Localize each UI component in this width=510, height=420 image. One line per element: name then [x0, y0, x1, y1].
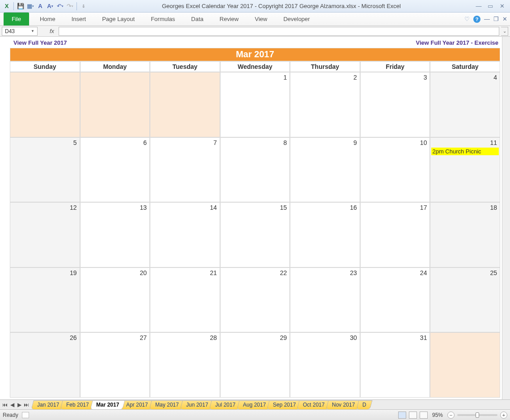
name-box[interactable]: D43 ▼ — [2, 27, 38, 36]
ribbon-heart-icon[interactable]: ♡ — [464, 16, 470, 22]
calendar-day-cell[interactable]: 3 — [360, 72, 430, 137]
expand-formula-bar-icon[interactable]: ⌄ — [501, 27, 508, 36]
tab-nav-first-icon[interactable]: ⏮ — [2, 402, 8, 408]
tab-page-layout[interactable]: Page Layout — [94, 13, 143, 25]
calendar-day-cell[interactable]: 1 — [220, 72, 290, 137]
calendar-day-cell[interactable]: 112pm Church Picnic — [430, 137, 500, 203]
fx-icon[interactable]: fx — [50, 28, 54, 34]
calendar-day-cell[interactable]: 21 — [150, 267, 220, 333]
link-view-full-year[interactable]: View Full Year 2017 — [13, 39, 67, 46]
zoom-slider[interactable] — [457, 414, 497, 416]
name-box-dropdown-icon[interactable]: ▼ — [31, 29, 34, 33]
calendar-day-cell[interactable]: 10 — [360, 137, 430, 203]
calendar-day-cell[interactable]: 31 — [360, 332, 430, 398]
formula-input[interactable] — [59, 27, 499, 36]
calendar-day-cell[interactable]: 7 — [150, 137, 220, 203]
day-number: 29 — [280, 334, 287, 341]
macro-record-icon[interactable] — [22, 412, 29, 418]
zoom-slider-thumb[interactable] — [476, 412, 479, 418]
sheet-tab[interactable]: Aug 2017 — [237, 400, 272, 409]
redo-icon[interactable]: ↷▾ — [66, 2, 74, 10]
calendar-day-cell[interactable]: 13 — [80, 202, 150, 267]
find-icon[interactable]: A — [36, 2, 44, 10]
tab-data[interactable]: Data — [183, 13, 211, 25]
view-page-layout-button[interactable] — [409, 412, 417, 419]
calendar-day-cell[interactable] — [430, 332, 500, 398]
sheet-tab[interactable]: Oct 2017 — [297, 400, 331, 409]
sheet-tab[interactable]: Nov 2017 — [326, 400, 361, 409]
tab-view[interactable]: View — [246, 13, 275, 25]
calendar-day-cell[interactable]: 23 — [290, 267, 360, 333]
calendar-day-cell[interactable]: 5 — [10, 137, 80, 203]
calendar-day-cell[interactable]: 29 — [220, 332, 290, 398]
calendar-day-cell[interactable]: 4 — [430, 72, 500, 137]
calendar-day-cell[interactable]: 30 — [290, 332, 360, 398]
calendar-day-cell[interactable]: 16 — [290, 202, 360, 267]
tab-nav-prev-icon[interactable]: ◀ — [9, 402, 15, 408]
tab-developer[interactable]: Developer — [275, 13, 318, 25]
calendar-day-cell[interactable]: 22 — [220, 267, 290, 333]
sheet-tab[interactable]: Sep 2017 — [267, 400, 302, 409]
zoom-level[interactable]: 95% — [432, 412, 443, 418]
calendar-day-cell[interactable]: 27 — [80, 332, 150, 398]
calendar-day-cell[interactable]: 17 — [360, 202, 430, 267]
tab-home[interactable]: Home — [32, 13, 64, 25]
calendar-day-cell[interactable]: 15 — [220, 202, 290, 267]
find-replace-icon[interactable]: A▾ — [46, 2, 54, 10]
sheet-tab[interactable]: Apr 2017 — [120, 400, 154, 409]
sheet-tab[interactable]: Feb 2017 — [60, 400, 95, 409]
calendar-day-cell[interactable]: 28 — [150, 332, 220, 398]
cancel-formula-icon[interactable]: ⠀ — [39, 28, 45, 34]
customize-qat-icon[interactable]: ⇩ — [80, 2, 88, 10]
calendar-day-cell[interactable]: 25 — [430, 267, 500, 333]
sheet-tab[interactable]: Jul 2017 — [209, 400, 242, 409]
sheet-tab[interactable]: May 2017 — [149, 400, 185, 409]
calendar-day-cell[interactable]: 8 — [220, 137, 290, 203]
day-number: 10 — [420, 139, 427, 146]
calendar-icon[interactable]: ▦▾ — [26, 2, 34, 10]
close-button[interactable]: ✕ — [498, 3, 506, 9]
sheet-tab[interactable]: Mar 2017 — [90, 400, 125, 409]
minimize-button[interactable]: — — [475, 3, 482, 9]
calendar-day-cell[interactable]: 18 — [430, 202, 500, 267]
zoom-out-button[interactable]: − — [447, 412, 455, 419]
zoom-in-button[interactable]: + — [500, 412, 507, 419]
tab-review[interactable]: Review — [212, 13, 247, 25]
sheet-tab-overflow[interactable]: D — [356, 400, 372, 409]
vertical-scrollbar[interactable] — [502, 37, 510, 399]
calendar-day-cell[interactable] — [80, 72, 150, 137]
day-number: 6 — [143, 139, 147, 146]
dow-header-cell: Wednesday — [220, 61, 290, 72]
undo-icon[interactable]: ↶▾ — [56, 2, 64, 10]
calendar-day-cell[interactable]: 24 — [360, 267, 430, 333]
view-page-break-button[interactable] — [420, 412, 428, 419]
tab-nav-last-icon[interactable]: ⏭ — [23, 402, 30, 408]
tab-file[interactable]: File — [4, 13, 29, 25]
tab-nav-next-icon[interactable]: ▶ — [16, 402, 22, 408]
workbook-restore-icon[interactable]: ❐ — [493, 16, 499, 22]
calendar-day-cell[interactable] — [10, 72, 80, 137]
workbook-close-icon[interactable]: ✕ — [502, 16, 507, 22]
calendar-grid: 12345678910112pm Church Picnic1213141516… — [10, 72, 500, 398]
calendar-event[interactable]: 2pm Church Picnic — [431, 148, 499, 155]
tab-insert[interactable]: Insert — [64, 13, 94, 25]
view-normal-button[interactable] — [398, 412, 406, 419]
calendar-day-cell[interactable]: 9 — [290, 137, 360, 203]
maximize-button[interactable]: ▭ — [487, 3, 494, 9]
save-icon[interactable]: 💾 — [17, 2, 25, 10]
calendar-day-cell[interactable]: 14 — [150, 202, 220, 267]
calendar-day-cell[interactable]: 6 — [80, 137, 150, 203]
calendar-day-cell[interactable]: 20 — [80, 267, 150, 333]
calendar-day-cell[interactable] — [150, 72, 220, 137]
calendar-day-cell[interactable]: 19 — [10, 267, 80, 333]
calendar-day-cell[interactable]: 26 — [10, 332, 80, 398]
workbook-minimize-icon[interactable]: — — [484, 16, 490, 22]
calendar-day-cell[interactable]: 12 — [10, 202, 80, 267]
help-icon[interactable]: ? — [473, 16, 480, 23]
excel-icon[interactable]: X — [3, 2, 11, 10]
calendar-day-cell[interactable]: 2 — [290, 72, 360, 137]
sheet-tab[interactable]: Jun 2017 — [180, 400, 214, 409]
tab-formulas[interactable]: Formulas — [143, 13, 183, 25]
link-view-full-year-exercise[interactable]: View Full Year 2017 - Exercise — [416, 39, 498, 46]
sheet-tab-label: Oct 2017 — [303, 402, 325, 408]
